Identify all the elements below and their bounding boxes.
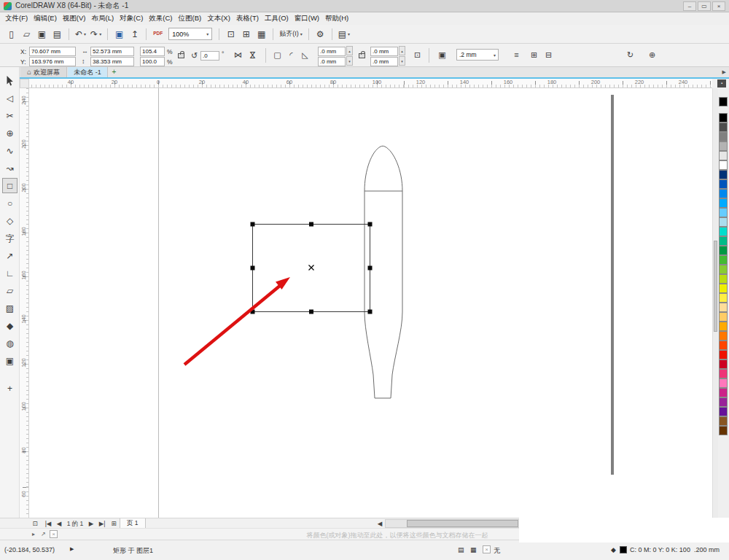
object-details-button[interactable]: ▶ (70, 546, 74, 552)
last-page-button[interactable]: ▶| (96, 519, 108, 528)
menu-item[interactable]: 效果(C) (146, 14, 175, 23)
rotation-angle-field[interactable]: .0 (200, 51, 219, 61)
vertical-scrollbar-thumb[interactable] (714, 241, 717, 332)
no-color-swatch[interactable]: × (50, 530, 58, 538)
smart-fill-tool[interactable]: ▣ (2, 353, 17, 368)
shape-tool[interactable]: ◁ (2, 90, 17, 106)
snap-to-dropdown[interactable]: 贴齐(I)▾ (278, 27, 304, 42)
polygon-tool[interactable]: ◇ (2, 213, 17, 228)
import-button[interactable]: ▣ (112, 27, 126, 42)
menu-item[interactable]: 对象(C) (117, 14, 146, 23)
text-align-button[interactable]: ≡ (510, 49, 523, 61)
menu-item[interactable]: 位图(B) (176, 14, 205, 23)
color-swatch[interactable] (719, 284, 728, 293)
mirror-horizontal-button[interactable]: ⋈ (232, 49, 244, 61)
spinner-up-icon[interactable]: ▴ (346, 46, 353, 55)
color-swatch[interactable] (719, 388, 728, 397)
menu-item[interactable]: 工具(O) (262, 14, 292, 23)
page-flyout-icon[interactable]: ⊡ (31, 519, 39, 528)
save-document-button[interactable]: ▣ (35, 27, 49, 42)
color-swatch[interactable] (719, 189, 728, 198)
outline-width-combo[interactable]: .2 mm ▾ (456, 49, 499, 61)
color-swatch[interactable] (719, 322, 728, 331)
ellipse-tool[interactable]: ○ (2, 195, 17, 211)
color-swatch[interactable] (719, 350, 728, 359)
tab-untitled-1[interactable]: 未命名 -1 (68, 67, 108, 77)
horizontal-ruler[interactable]: 4020020406080100120140160180200220240 (29, 79, 712, 88)
selection-handle[interactable] (251, 266, 255, 271)
palette-eyedropper-icon[interactable]: ↗ (41, 531, 46, 537)
corner-radius-bottom-right-field[interactable]: .0 mm (370, 57, 398, 66)
relative-corner-scaling-toggle[interactable]: ⊡ (411, 49, 424, 61)
undo-button[interactable]: ↶▾ (74, 27, 87, 42)
spinner-down-icon[interactable]: ▾ (346, 56, 353, 66)
color-swatch[interactable] (719, 170, 728, 179)
options-button[interactable]: ⚙ (313, 27, 327, 42)
ruler-origin-box[interactable] (20, 79, 29, 88)
selection-handle[interactable] (368, 310, 373, 314)
spinner-up-icon[interactable]: ▴ (399, 46, 405, 55)
color-swatch[interactable] (719, 227, 728, 236)
maximize-button[interactable]: ▭ (698, 1, 711, 11)
customize-toolbox-button[interactable]: + (2, 381, 17, 396)
color-swatch[interactable] (719, 303, 728, 312)
drawing-canvas[interactable] (29, 88, 712, 518)
color-swatch[interactable] (719, 198, 728, 208)
freehand-tool[interactable]: ∿ (2, 143, 17, 158)
launch-dropdown[interactable]: ▤▾ (337, 27, 351, 42)
text-tool[interactable]: 字 (2, 230, 17, 246)
minimize-button[interactable]: – (683, 1, 696, 11)
object-height-field[interactable]: 38.353 mm (90, 57, 134, 66)
color-swatch[interactable] (719, 132, 728, 141)
first-page-button[interactable]: |◀ (42, 519, 54, 528)
color-swatch[interactable] (719, 160, 728, 170)
publish-pdf-button[interactable]: PDF (151, 27, 165, 42)
selection-handle[interactable] (251, 222, 255, 227)
hscroll-left-arrow[interactable]: ◀ (376, 519, 383, 528)
palette-flyout-icon[interactable]: ▸ (32, 531, 35, 537)
page-tab-1[interactable]: 页 1 (120, 518, 146, 529)
menu-item[interactable]: 布局(L) (88, 14, 117, 23)
menu-item[interactable]: 窗口(W) (292, 14, 322, 23)
scale-height-field[interactable]: 100.0 (140, 57, 165, 66)
corner-left-spinner[interactable]: ▴▾ (346, 46, 353, 66)
color-swatch[interactable] (719, 274, 728, 284)
add-page-button[interactable]: ⊞ (109, 519, 118, 528)
parallel-dimension-tool[interactable]: ↗ (2, 248, 17, 263)
color-swatch[interactable] (719, 208, 728, 217)
y-position-field[interactable]: 163.976 mm (29, 57, 76, 66)
color-swatch[interactable] (719, 312, 728, 322)
quick-customize-button[interactable]: ⊕ (646, 49, 658, 61)
vertical-scrollbar[interactable] (712, 88, 718, 518)
refresh-button[interactable]: ↻ (624, 49, 636, 61)
previous-page-button[interactable]: ◀ (55, 519, 63, 528)
fullscreen-preview-button[interactable]: ⊡ (224, 27, 238, 42)
round-corner-button[interactable]: ▢ (271, 49, 284, 61)
vertical-ruler[interactable]: 2402202001801601401201008060 (20, 88, 29, 518)
selection-center-marker[interactable] (309, 265, 314, 271)
menu-item[interactable]: 编辑(E) (31, 14, 60, 23)
color-swatch[interactable] (719, 217, 728, 227)
document-color-settings-icon[interactable]: ▤ (458, 546, 464, 553)
color-swatch[interactable] (719, 236, 728, 246)
crop-tool[interactable]: ✂ (2, 108, 17, 123)
menu-item[interactable]: 帮助(H) (322, 14, 351, 23)
tab-scroll-right-icon[interactable]: ▶ (722, 69, 726, 75)
edit-corners-together-toggle[interactable] (359, 53, 365, 58)
selection-handle[interactable] (309, 310, 313, 314)
color-swatch[interactable] (719, 122, 728, 132)
palette-top-swatch[interactable] (719, 97, 728, 106)
color-swatch[interactable] (719, 369, 728, 378)
color-swatch[interactable] (719, 397, 728, 407)
wrap-text-dropdown[interactable]: ▣ (436, 49, 448, 61)
color-swatch[interactable] (719, 113, 728, 122)
menu-item[interactable]: 视图(V) (60, 14, 89, 23)
zoom-tool[interactable]: ⊕ (2, 125, 17, 141)
corner-right-spinner[interactable]: ▴▾ (399, 46, 405, 66)
close-button[interactable]: × (712, 1, 725, 11)
rectangle-tool[interactable]: □ (2, 178, 17, 193)
color-swatch[interactable] (719, 293, 728, 303)
horizontal-scrollbar-thumb[interactable] (407, 520, 518, 527)
redo-button[interactable]: ↷▾ (89, 27, 103, 42)
lock-ratio-toggle[interactable] (178, 53, 184, 58)
